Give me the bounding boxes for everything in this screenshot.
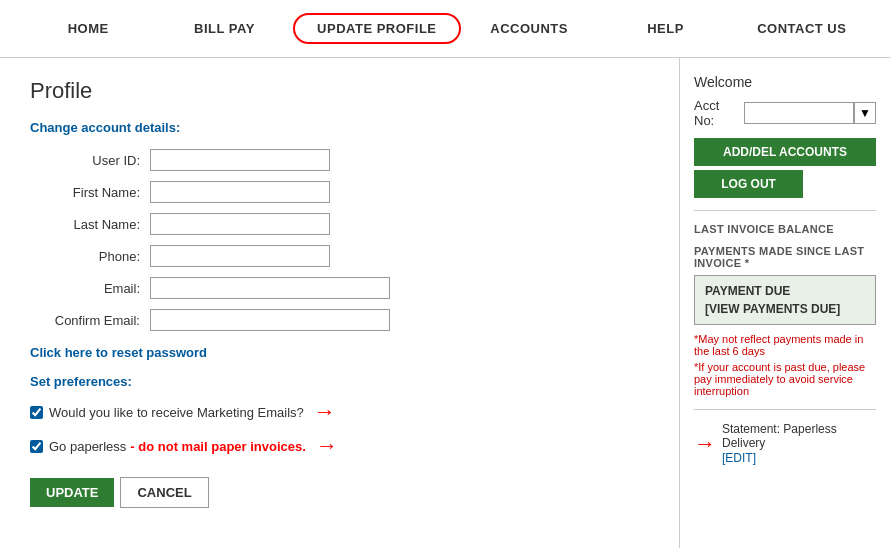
user-id-label: User ID: xyxy=(30,153,150,168)
user-id-row: User ID: xyxy=(30,149,649,171)
payment-due-title: PAYMENT DUE xyxy=(705,284,865,298)
marketing-emails-checkbox[interactable] xyxy=(30,406,43,419)
update-button[interactable]: UPDATE xyxy=(30,478,114,507)
left-panel: Profile Change account details: User ID:… xyxy=(0,58,680,548)
divider-2 xyxy=(694,409,876,410)
divider-1 xyxy=(694,210,876,211)
first-name-label: First Name: xyxy=(30,185,150,200)
email-label: Email: xyxy=(30,281,150,296)
right-panel: Welcome Acct No: ▼ ADD/DEL ACCOUNTS LOG … xyxy=(680,58,890,548)
page-title: Profile xyxy=(30,78,649,104)
confirm-email-row: Confirm Email: xyxy=(30,309,649,331)
change-account-heading: Change account details: xyxy=(30,120,649,135)
button-row: UPDATE CANCEL xyxy=(30,477,649,508)
paperless-row: Go paperless - do not mail paper invoice… xyxy=(30,433,649,459)
note-2: *If your account is past due, please pay… xyxy=(694,361,876,397)
first-name-input[interactable] xyxy=(150,181,330,203)
nav-bill-pay[interactable]: BILL PAY xyxy=(156,21,292,36)
acct-select-button[interactable]: ▼ xyxy=(854,102,876,124)
main-nav: HOME BILL PAY UPDATE PROFILE ACCOUNTS HE… xyxy=(0,0,890,58)
set-preferences-heading: Set preferences: xyxy=(30,374,649,389)
phone-input[interactable] xyxy=(150,245,330,267)
statement-row: → Statement: Paperless Delivery [EDIT] xyxy=(694,422,876,465)
acct-label: Acct No: xyxy=(694,98,740,128)
nav-contact-us[interactable]: CONTACT US xyxy=(734,21,870,36)
edit-link[interactable]: [EDIT] xyxy=(722,451,756,465)
last-name-label: Last Name: xyxy=(30,217,150,232)
phone-label: Phone: xyxy=(30,249,150,264)
nav-update-profile[interactable]: UPDATE PROFILE xyxy=(293,13,461,44)
arrow-right-icon: → xyxy=(694,431,716,457)
nav-home[interactable]: HOME xyxy=(20,21,156,36)
view-payments-link[interactable]: [VIEW PAYMENTS DUE] xyxy=(705,302,865,316)
cancel-button[interactable]: CANCEL xyxy=(120,477,208,508)
statement-text: Statement: Paperless Delivery xyxy=(722,422,876,450)
logout-button[interactable]: LOG OUT xyxy=(694,170,803,198)
paperless-checkbox[interactable] xyxy=(30,440,43,453)
note-1: *May not reflect payments made in the la… xyxy=(694,333,876,357)
payment-due-box: PAYMENT DUE [VIEW PAYMENTS DUE] xyxy=(694,275,876,325)
user-id-input[interactable] xyxy=(150,149,330,171)
email-row: Email: xyxy=(30,277,649,299)
nav-accounts[interactable]: ACCOUNTS xyxy=(461,21,597,36)
acct-number-input[interactable] xyxy=(744,102,854,124)
first-name-row: First Name: xyxy=(30,181,649,203)
payments-since-label: PAYMENTS MADE SINCE LAST INVOICE * xyxy=(694,245,876,269)
arrow-left-icon-paperless: → xyxy=(316,433,338,459)
paperless-warning-text: - do not mail paper invoices. xyxy=(130,439,306,454)
welcome-text: Welcome xyxy=(694,74,876,90)
marketing-emails-row: Would you like to receive Marketing Emai… xyxy=(30,399,649,425)
confirm-email-input[interactable] xyxy=(150,309,390,331)
last-name-input[interactable] xyxy=(150,213,330,235)
phone-row: Phone: xyxy=(30,245,649,267)
statement-info: Statement: Paperless Delivery [EDIT] xyxy=(722,422,876,465)
last-name-row: Last Name: xyxy=(30,213,649,235)
confirm-email-label: Confirm Email: xyxy=(30,313,150,328)
add-del-accounts-button[interactable]: ADD/DEL ACCOUNTS xyxy=(694,138,876,166)
email-input[interactable] xyxy=(150,277,390,299)
reset-password-link[interactable]: Click here to reset password xyxy=(30,345,649,360)
marketing-emails-label: Would you like to receive Marketing Emai… xyxy=(49,405,304,420)
paperless-label: Go paperless xyxy=(49,439,126,454)
main-layout: Profile Change account details: User ID:… xyxy=(0,58,890,548)
arrow-left-icon-marketing: → xyxy=(314,399,336,425)
acct-row: Acct No: ▼ xyxy=(694,98,876,128)
last-invoice-label: LAST INVOICE BALANCE xyxy=(694,223,876,235)
nav-help[interactable]: HELP xyxy=(597,21,733,36)
